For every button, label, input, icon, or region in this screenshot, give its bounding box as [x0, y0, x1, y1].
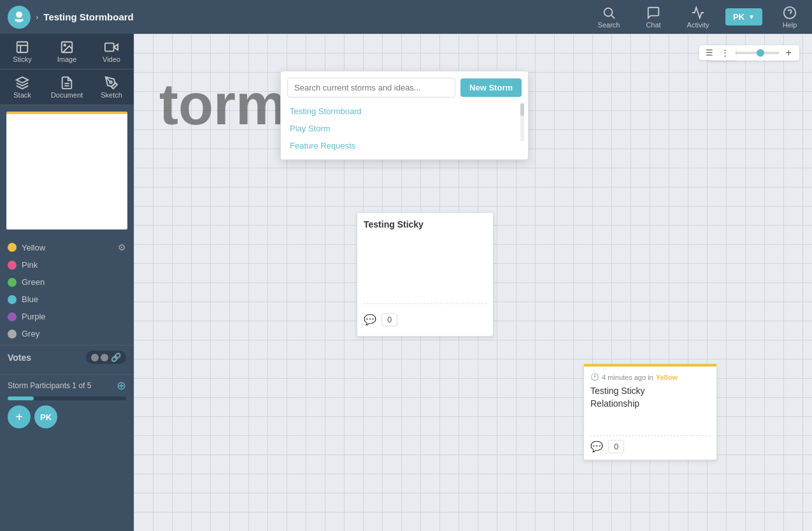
sketch-tool[interactable]: Sketch [89, 69, 134, 105]
dropdown-item-play-storm[interactable]: Play Storm [281, 120, 528, 137]
sticky-tool-label: Sticky [13, 55, 31, 63]
add-participant-icon[interactable]: ⊕ [117, 379, 126, 393]
new-storm-button[interactable]: New Storm [460, 78, 522, 97]
votes-label: Votes [8, 353, 31, 363]
stack-tool-label: Stack [13, 91, 31, 99]
tool-row-1: Sticky Image Video [0, 34, 134, 69]
toggle-dots [91, 354, 108, 361]
blue-label: Blue [22, 295, 38, 304]
sticky-yellow-footer: 💬 0 [590, 435, 710, 453]
nav-left: › Testing Stormboard [0, 6, 134, 29]
add-user-button[interactable]: + [8, 405, 31, 428]
votes-toggle[interactable]: 🔗 [86, 351, 126, 364]
svg-point-15 [110, 81, 112, 84]
sticky-main-footer: 💬 0 [364, 303, 487, 326]
app-logo[interactable] [8, 6, 31, 29]
sticky-yellow-vote-count: 0 [608, 440, 624, 453]
green-dot [8, 278, 17, 287]
nav-right: Search Chat Activity PK ▼ Help [587, 0, 812, 34]
sticky-yellow-text: Testing Sticky Relationship [590, 385, 710, 410]
svg-point-1 [604, 8, 613, 16]
stack-tool[interactable]: Stack [0, 69, 45, 105]
storm-dropdown: New Storm Testing Stormboard Play Storm … [280, 71, 529, 160]
tool-row-2: Stack Document Sketch [0, 69, 134, 105]
search-nav-button[interactable]: Search [587, 0, 631, 34]
yellow-dot [8, 243, 17, 252]
color-list: Yellow ⚙ Pink Green Blue Purple [0, 236, 134, 345]
participants-section: Storm Participants 1 of 5 ⊕ + PK [0, 374, 134, 432]
canvas-area[interactable]: − + ☰ ⋮ tormboard Testing Sticky 💬 0 [134, 34, 812, 531]
pink-label: Pink [22, 260, 38, 270]
align-left-icon[interactable]: ☰ [703, 47, 716, 59]
sticky-yellow-line2: Relationship [590, 398, 639, 409]
clock-icon: 🕐 [590, 373, 599, 381]
zoom-thumb [757, 49, 764, 57]
color-pink[interactable]: Pink [0, 256, 134, 273]
yellow-settings-icon[interactable]: ⚙ [118, 242, 126, 252]
dropdown-header: New Storm [281, 71, 528, 98]
dropdown-list: Testing Stormboard Play Storm Feature Re… [281, 98, 528, 159]
color-purple[interactable]: Purple [0, 308, 134, 325]
zoom-in-button[interactable]: + [783, 47, 794, 59]
yellow-label: Yellow [22, 243, 45, 252]
color-yellow[interactable]: Yellow ⚙ [0, 238, 134, 256]
sketch-tool-label: Sketch [101, 91, 122, 99]
sticky-main-comment-icon[interactable]: 💬 [364, 314, 376, 326]
format-menu-icon[interactable]: ⋮ [718, 47, 732, 59]
video-tool[interactable]: Video [89, 34, 134, 69]
sticky-yellow-meta: 🕐 4 minutes ago in Yellow [590, 373, 710, 381]
color-blue[interactable]: Blue [0, 291, 134, 308]
sticky-yellow-time: 4 minutes ago in [602, 374, 653, 381]
green-label: Green [22, 277, 45, 287]
help-label: Help [783, 21, 797, 29]
document-tool-label: Document [51, 91, 83, 99]
sticky-main-body [364, 233, 487, 303]
dropdown-item-testing-stormboard[interactable]: Testing Stormboard [281, 103, 528, 120]
document-tool[interactable]: Document [45, 69, 89, 105]
top-nav: › Testing Stormboard Search Chat Activit… [0, 0, 812, 34]
toggle-dot-2 [101, 354, 108, 361]
pink-dot [8, 261, 17, 270]
progress-fill [8, 396, 34, 400]
video-tool-label: Video [103, 55, 120, 63]
svg-marker-12 [17, 76, 28, 82]
sticky-yellow-note[interactable]: 🕐 4 minutes ago in Yellow Testing Sticky… [583, 364, 717, 460]
dropdown-scrollbar-thumb [520, 103, 524, 116]
zoom-slider[interactable] [729, 52, 780, 54]
dropdown-scrollbar[interactable] [520, 103, 524, 142]
sticky-tool[interactable]: Sticky [0, 34, 45, 69]
color-grey[interactable]: Grey [0, 325, 134, 342]
user-dropdown-icon: ▼ [748, 13, 755, 20]
chat-nav-button[interactable]: Chat [631, 0, 676, 34]
sticky-preview [6, 112, 127, 229]
left-sidebar: Sticky Image Video [0, 34, 134, 531]
toggle-dot-1 [91, 354, 99, 361]
storm-search-input[interactable] [287, 78, 455, 98]
svg-point-9 [64, 44, 66, 46]
sticky-yellow-line1: Testing Sticky [590, 386, 645, 396]
activity-nav-button[interactable]: Activity [676, 0, 720, 34]
image-tool-label: Image [57, 55, 77, 63]
sticky-main-title: Testing Sticky [364, 219, 487, 229]
sticky-main-vote-count: 0 [381, 313, 397, 326]
image-tool[interactable]: Image [45, 34, 89, 69]
svg-point-0 [16, 11, 22, 18]
user-menu-button[interactable]: PK ▼ [725, 8, 762, 25]
toggle-link-icon: 🔗 [111, 353, 121, 362]
help-button[interactable]: Help [767, 0, 812, 34]
sticky-yellow-comment-icon[interactable]: 💬 [590, 440, 603, 453]
avatar-row: + PK [8, 405, 126, 428]
user-initials: PK [733, 12, 744, 22]
svg-marker-10 [114, 44, 118, 50]
grey-label: Grey [22, 329, 39, 338]
nav-title: Testing Stormboard [43, 11, 133, 22]
user-avatar-pk[interactable]: PK [34, 405, 57, 428]
chat-nav-label: Chat [646, 21, 660, 29]
dropdown-item-feature-requests[interactable]: Feature Requests [281, 137, 528, 154]
votes-header: Votes 🔗 [8, 351, 126, 364]
breadcrumb-arrow: › [36, 12, 38, 22]
progress-bar [8, 396, 126, 400]
color-green[interactable]: Green [0, 273, 134, 291]
sticky-note-main[interactable]: Testing Sticky 💬 0 [357, 212, 494, 337]
grey-dot [8, 330, 17, 338]
